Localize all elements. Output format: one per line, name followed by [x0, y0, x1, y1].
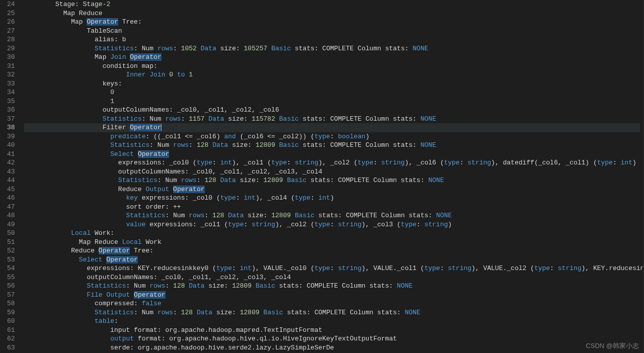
code-line[interactable]: sort order: ++ [24, 203, 640, 212]
code-line[interactable]: Statistics: Num rows: 1052 Data size: 10… [24, 44, 640, 53]
line-number: 50 [7, 229, 15, 238]
code-token: Operator [130, 124, 161, 131]
code-line[interactable]: expressions: _col0 (type: int), _col1 (t… [24, 158, 640, 167]
code-token: : [173, 309, 181, 316]
code-line[interactable]: Inner Join 0 to 1 [24, 70, 640, 79]
code-line[interactable]: serde: org.apache.hadoop.hive.serde2.laz… [24, 343, 640, 352]
code-line[interactable]: Statistics: Num rows: 128 Data size: 128… [24, 176, 640, 185]
code-line[interactable]: condition map: [24, 62, 640, 71]
code-token: Local [71, 229, 91, 237]
code-line[interactable]: File Output Operator [24, 291, 640, 300]
code-token: NONE [421, 115, 436, 123]
line-number: 28 [7, 35, 15, 44]
code-token: Map [71, 18, 87, 26]
code-token: size: [244, 212, 272, 219]
code-token: size: [216, 45, 244, 52]
code-line[interactable]: Map Join Operator [24, 53, 640, 62]
code-line[interactable]: predicate: ((_col1 <= _col6) and (_col6 … [24, 132, 640, 141]
line-number-gutter: 2425262728293031323334353637383940414243… [0, 0, 24, 353]
code-line[interactable]: 0 [24, 88, 640, 97]
code-token: Output [106, 291, 130, 299]
code-line[interactable]: compressed: false [24, 299, 640, 308]
line-number: 34 [7, 88, 15, 97]
code-token: rows [173, 141, 189, 149]
code-token: 12809 [264, 176, 283, 184]
code-token: Local [122, 238, 142, 246]
line-number: 61 [7, 326, 15, 335]
code-token: output [110, 335, 134, 342]
code-line[interactable]: outputColumnNames: _col0, _col1, _col2, … [24, 106, 640, 115]
code-line[interactable]: Map Operator Tree: [24, 18, 640, 27]
text-cursor [161, 124, 162, 131]
code-line[interactable]: Statistics: Num rows: 128 Data size: 128… [24, 282, 640, 291]
code-line[interactable]: Statistics: Num rows: 1157 Data size: 11… [24, 115, 640, 124]
code-line[interactable]: alias: b [24, 35, 640, 44]
code-token: int [240, 264, 252, 272]
code-token: Operator [87, 18, 118, 26]
code-line[interactable]: Statistics: Num rows: 128 Data size: 128… [24, 141, 640, 150]
code-line[interactable]: Stage: Stage-2 [24, 0, 640, 9]
code-line[interactable]: Filter Operator [24, 123, 640, 132]
code-token: Work [142, 238, 162, 246]
line-number: 25 [7, 9, 15, 18]
code-line[interactable]: Statistics: Num rows: 128 Data size: 128… [24, 211, 640, 220]
line-number: 54 [7, 264, 15, 273]
code-line[interactable]: Select Operator [24, 150, 640, 159]
code-token: : Num [149, 141, 173, 149]
code-line[interactable]: value expressions: _col1 (type: string),… [24, 220, 640, 229]
code-token: type [401, 221, 417, 228]
code-token [173, 71, 177, 78]
code-editor[interactable]: 2425262728293031323334353637383940414243… [0, 0, 644, 353]
code-line[interactable]: Statistics: Num rows: 128 Data size: 128… [24, 308, 640, 317]
code-token [216, 176, 220, 184]
code-line[interactable]: keys: [24, 79, 640, 89]
code-token: string [467, 159, 491, 166]
code-token: expressions: _col0 ( [138, 194, 220, 202]
code-token: Basic [287, 176, 306, 184]
line-number: 49 [7, 220, 15, 229]
code-token: Map Reduce [63, 10, 103, 17]
code-token [275, 141, 279, 149]
code-line[interactable]: outputColumnNames: _col0, _col1, _col2, … [24, 167, 640, 176]
code-token: ), VALUE._col1 ( [362, 264, 425, 272]
code-line[interactable]: 1 [24, 97, 640, 106]
code-token: Operator [130, 53, 161, 61]
code-token: 128 [212, 212, 224, 219]
code-line[interactable]: outputColumnNames: _col0, _col1, _col2, … [24, 273, 640, 282]
line-number: 59 [7, 308, 15, 317]
line-number: 58 [7, 299, 15, 308]
code-line[interactable]: TableScan [24, 27, 640, 36]
line-number: 44 [7, 176, 15, 185]
code-area[interactable]: Stage: Stage-2 Map Reduce Map Operator T… [24, 0, 644, 353]
code-token: Reduce [71, 247, 99, 254]
code-token: 128 [173, 282, 185, 290]
code-token: input format: org.apache.hadoop.mapred.T… [110, 326, 322, 334]
code-token: size: [205, 282, 232, 290]
code-line[interactable]: table: [24, 317, 640, 326]
code-line[interactable]: Map Reduce Local Work [24, 238, 640, 247]
code-token: 105257 [244, 45, 268, 52]
code-token: : [189, 141, 197, 149]
code-line[interactable]: expressions: KEY.reducesinkkey0 (type: i… [24, 264, 640, 273]
line-number: 43 [7, 167, 15, 176]
code-token: Basic [279, 141, 299, 149]
code-token: rows [189, 212, 204, 219]
code-line[interactable]: Reduce Operator Tree: [24, 246, 640, 255]
code-token: int [244, 194, 256, 202]
code-line[interactable]: Select Operator [24, 255, 640, 264]
code-token: outputColumnNames: _col0, _col1, _col2, … [103, 106, 279, 114]
code-line[interactable]: Local Work: [24, 229, 640, 238]
code-token: 128 [205, 176, 216, 184]
code-line[interactable]: output format: org.apache.hadoop.hive.ql… [24, 334, 640, 343]
code-line[interactable]: Map Reduce [24, 9, 640, 18]
line-number: 30 [7, 53, 15, 62]
code-token: 0 [110, 89, 114, 96]
code-line[interactable]: Reduce Output Operator [24, 185, 640, 194]
code-token: : [205, 212, 213, 219]
code-token: stats: COMPLETE Column stats: [314, 212, 436, 219]
code-line[interactable]: input format: org.apache.hadoop.mapred.T… [24, 326, 640, 335]
code-line[interactable]: key expressions: _col0 (type: int), _col… [24, 194, 640, 203]
line-number: 33 [7, 79, 15, 89]
line-number: 52 [7, 246, 15, 255]
code-token: outputColumnNames: _col0, _col1, _col2, … [87, 274, 291, 281]
